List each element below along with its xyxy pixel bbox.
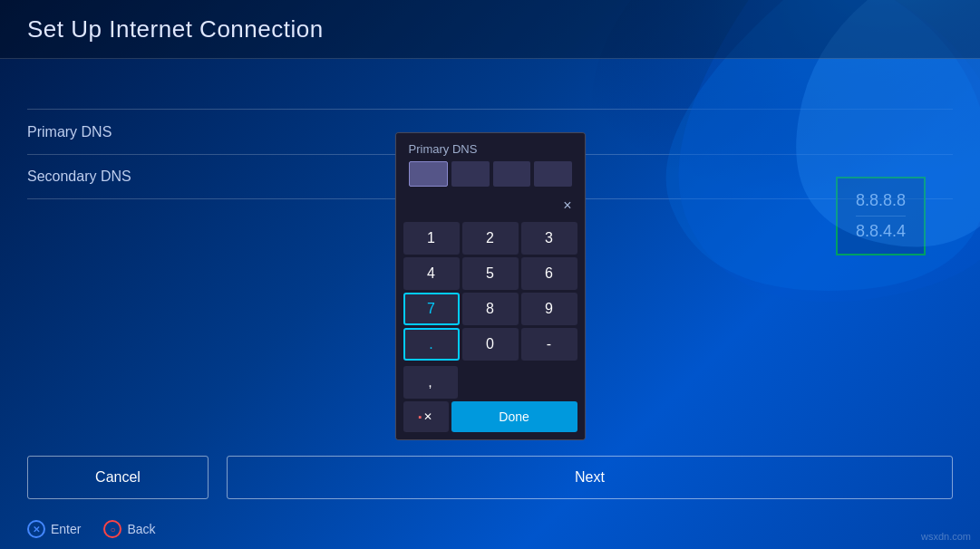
key-9[interactable]: 9: [521, 293, 577, 325]
key-3[interactable]: 3: [521, 222, 577, 255]
key-6[interactable]: 6: [521, 257, 577, 290]
key-4[interactable]: 4: [403, 257, 460, 290]
key-1[interactable]: 1: [403, 222, 460, 255]
dns-segment-1[interactable]: [409, 161, 449, 187]
x-label: ✕: [423, 410, 432, 423]
dialog-overlay: Primary DNS × 1 2 3 4 5 6 7 8 9: [0, 59, 980, 549]
dns-segment-4[interactable]: [534, 161, 572, 187]
dialog-header: Primary DNS: [396, 133, 585, 192]
numpad-grid: 1 2 3 4 5 6 7 8 9 . 0 -: [396, 219, 585, 366]
header: Set Up Internet Connection: [0, 0, 980, 59]
dns-segment-3[interactable]: [493, 161, 531, 187]
page-title: Set Up Internet Connection: [27, 15, 324, 43]
dialog-close-button[interactable]: ×: [558, 196, 577, 216]
backspace-button[interactable]: ▪ ✕: [403, 401, 449, 432]
dialog-title: Primary DNS: [409, 142, 572, 156]
numpad-bottom: ▪ ✕ Done: [396, 401, 585, 439]
dns-segment-2[interactable]: [451, 161, 490, 187]
key-5[interactable]: 5: [462, 257, 519, 290]
key-8[interactable]: 8: [462, 293, 519, 325]
key-comma[interactable]: ,: [403, 366, 458, 399]
dialog-input-row: [409, 161, 572, 187]
key-dot[interactable]: .: [403, 328, 460, 361]
numpad-dialog: Primary DNS × 1 2 3 4 5 6 7 8 9: [395, 132, 586, 440]
done-button[interactable]: Done: [451, 401, 577, 432]
dialog-close-row: ×: [396, 192, 585, 219]
key-0[interactable]: 0: [462, 328, 519, 361]
comma-row: ,: [396, 366, 585, 401]
square-icon: ▪: [419, 411, 422, 422]
key-7[interactable]: 7: [403, 293, 460, 325]
key-minus[interactable]: -: [521, 328, 577, 361]
key-2[interactable]: 2: [462, 222, 519, 255]
